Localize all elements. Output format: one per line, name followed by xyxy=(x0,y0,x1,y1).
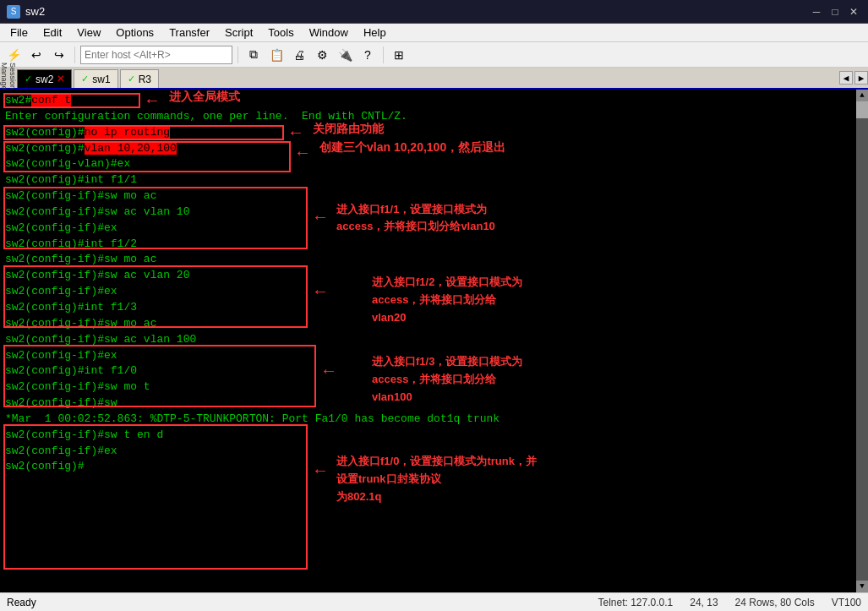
menu-view[interactable]: View xyxy=(70,25,107,41)
status-info: Telnet: 127.0.0.1 24, 13 24 Rows, 80 Col… xyxy=(598,597,861,608)
toolbar-settings[interactable]: ⚙ xyxy=(312,45,332,65)
tab-next[interactable]: ▶ xyxy=(854,71,868,85)
menu-help[interactable]: Help xyxy=(357,25,393,41)
terminal-line-5: sw2(config-vlan)#ex xyxy=(5,156,851,172)
minimize-button[interactable]: ─ xyxy=(809,4,824,19)
scroll-track[interactable] xyxy=(856,101,868,581)
toolbar-connect[interactable]: 🔌 xyxy=(335,45,355,65)
toolbar-print[interactable]: 🖨 xyxy=(289,45,309,65)
tab-sw2[interactable]: ✓ sw2 ✕ xyxy=(17,69,72,88)
terminal-line-8: sw2(config-if)#sw ac vlan 10 xyxy=(5,205,851,221)
tab-sw2-label: sw2 xyxy=(35,74,53,85)
toolbar: ⚡ ↩ ↪ ⧉ 📋 🖨 ⚙ 🔌 ? ⊞ xyxy=(0,42,868,68)
status-terminal-type: VT100 xyxy=(832,597,861,608)
tabs-bar: Session Manager ✓ sw2 ✕ ✓ sw1 ✓ R3 ◀ ▶ xyxy=(0,68,868,90)
terminal-line-9: sw2(config-if)#ex xyxy=(5,221,851,237)
menu-tools[interactable]: Tools xyxy=(261,25,300,41)
status-ready: Ready xyxy=(7,597,36,608)
toolbar-sep-2 xyxy=(237,46,238,63)
status-telnet: Telnet: 127.0.0.1 xyxy=(598,597,673,608)
tab-r3-check: ✓ xyxy=(128,74,135,85)
tab-nav: ◀ ▶ xyxy=(839,68,868,88)
terminal-line-10: sw2(config)#int f1/2 xyxy=(5,237,851,253)
terminal-line-18: sw2(config)#int f1/0 xyxy=(5,363,851,379)
session-manager-label: Session Manager xyxy=(0,68,17,88)
terminal-line-13: sw2(config-if)#ex xyxy=(5,284,851,300)
toolbar-sep-3 xyxy=(383,46,384,63)
terminal-line-3: sw2(config)#no ip routing xyxy=(5,125,851,141)
terminal-line-11: sw2(config-if)#sw mo ac xyxy=(5,252,851,268)
toolbar-btn-1[interactable]: ⚡ xyxy=(3,45,24,65)
scroll-down-btn[interactable]: ▼ xyxy=(856,581,868,592)
host-input[interactable] xyxy=(80,46,232,64)
terminal-line-14: sw2(config)#int f1/3 xyxy=(5,300,851,316)
toolbar-btn-2[interactable]: ↩ xyxy=(26,45,46,65)
close-button[interactable]: ✕ xyxy=(846,4,861,19)
terminal-line-1: sw2#conf t xyxy=(5,93,851,109)
toolbar-copy[interactable]: ⧉ xyxy=(243,45,264,65)
terminal-line-24: sw2(config)# xyxy=(5,459,851,475)
window-title: sw2 xyxy=(25,5,45,18)
menu-file[interactable]: File xyxy=(3,25,35,41)
title-bar: S sw2 ─ □ ✕ xyxy=(0,0,868,24)
toolbar-help2[interactable]: ? xyxy=(358,45,378,65)
status-position: 24, 13 xyxy=(690,597,718,608)
terminal-wrapper: sw2#conf t Enter configuration commands,… xyxy=(0,90,868,592)
menu-edit[interactable]: Edit xyxy=(36,25,68,41)
scroll-thumb[interactable] xyxy=(856,101,868,118)
title-bar-left: S sw2 xyxy=(7,5,45,19)
maximize-button[interactable]: □ xyxy=(827,4,843,19)
app-icon: S xyxy=(7,5,20,19)
menu-transfer[interactable]: Transfer xyxy=(162,25,216,41)
terminal-line-6: sw2(config)#int f1/1 xyxy=(5,172,851,188)
status-dimensions: 24 Rows, 80 Cols xyxy=(735,597,815,608)
tab-r3-label: R3 xyxy=(139,74,151,85)
terminal-line-17: sw2(config-if)#ex xyxy=(5,348,851,364)
tab-prev[interactable]: ◀ xyxy=(839,71,853,85)
terminal-line-7: sw2(config-if)#sw mo ac xyxy=(5,188,851,205)
terminal-scrollbar[interactable]: ▲ ▼ xyxy=(856,90,868,592)
menu-bar: File Edit View Options Transfer Script T… xyxy=(0,24,868,42)
terminal-line-20: sw2(config-if)#sw xyxy=(5,396,851,412)
tab-sw2-close[interactable]: ✕ xyxy=(57,74,64,85)
terminal-line-15: sw2(config-if)#sw mo ac xyxy=(5,316,851,332)
terminal-line-21: *Mar 1 00:02:52.863: %DTP-5-TRUNKPORTON:… xyxy=(5,412,851,428)
tab-r3[interactable]: ✓ R3 xyxy=(120,69,159,88)
tab-sw2-check: ✓ xyxy=(25,74,32,85)
toolbar-btn-3[interactable]: ↪ xyxy=(49,45,69,65)
terminal-container[interactable]: sw2#conf t Enter configuration commands,… xyxy=(0,90,868,592)
tab-sw1[interactable]: ✓ sw1 xyxy=(74,69,117,88)
title-bar-controls: ─ □ ✕ xyxy=(809,4,861,19)
tab-sw1-check: ✓ xyxy=(81,74,89,85)
terminal-line-19: sw2(config-if)#sw mo t xyxy=(5,379,851,396)
status-bar: Ready Telnet: 127.0.0.1 24, 13 24 Rows, … xyxy=(0,592,868,611)
menu-script[interactable]: Script xyxy=(218,25,259,41)
terminal-line-16: sw2(config-if)#sw ac vlan 100 xyxy=(5,332,851,348)
terminal-line-2: Enter configuration commands, one per li… xyxy=(5,109,851,125)
terminal-content[interactable]: sw2#conf t Enter configuration commands,… xyxy=(0,90,856,592)
scroll-up-btn[interactable]: ▲ xyxy=(856,90,868,101)
menu-options[interactable]: Options xyxy=(109,25,161,41)
terminal-line-23: sw2(config-if)#ex xyxy=(5,444,851,460)
terminal-line-4: sw2(config)#vlan 10,20,100 xyxy=(5,141,851,157)
terminal-line-22: sw2(config-if)#sw t en d xyxy=(5,428,851,444)
toolbar-paste[interactable]: 📋 xyxy=(266,45,287,65)
terminal-line-12: sw2(config-if)#sw ac vlan 20 xyxy=(5,268,851,284)
toolbar-sep-1 xyxy=(74,46,75,63)
app-window: S sw2 ─ □ ✕ File Edit View Options Trans… xyxy=(0,0,868,611)
toolbar-extra[interactable]: ⊞ xyxy=(389,45,409,65)
tab-sw1-label: sw1 xyxy=(92,74,110,85)
menu-window[interactable]: Window xyxy=(303,25,355,41)
